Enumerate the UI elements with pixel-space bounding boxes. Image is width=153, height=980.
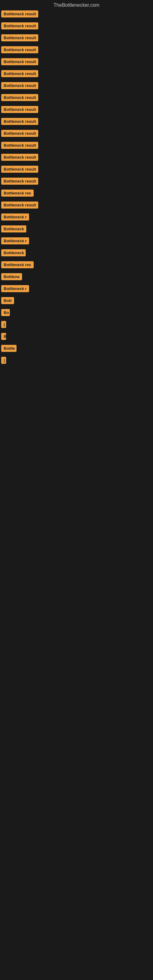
bottleneck-badge[interactable]: Bottleneck: [1, 225, 26, 232]
bottleneck-badge[interactable]: Bottle: [1, 345, 16, 352]
list-item: Bott: [1, 297, 153, 305]
list-item: Bottleneck result: [1, 70, 153, 78]
bottleneck-badge[interactable]: Bottleneck result: [1, 130, 38, 137]
list-item: Bottleneck r: [1, 237, 153, 246]
bottleneck-badge[interactable]: Bottlene: [1, 273, 22, 280]
bottleneck-badge[interactable]: Bottleneck result: [1, 46, 38, 53]
list-item: Bottleneck result: [1, 10, 153, 19]
list-item: Bottleneck result: [1, 106, 153, 114]
list-item: Bottleneck result: [1, 94, 153, 102]
bottleneck-badge[interactable]: Bo: [1, 309, 10, 316]
list-item: |: [1, 357, 153, 365]
bottleneck-badge[interactable]: Bott: [1, 297, 14, 304]
list-item: B: [1, 333, 153, 341]
bottleneck-badge[interactable]: Bottleneck res: [1, 261, 33, 268]
bottleneck-badge[interactable]: |: [1, 321, 6, 328]
list-item: Bottleneck result: [1, 178, 153, 186]
bottleneck-badge[interactable]: Bottleneck result: [1, 202, 38, 208]
bottleneck-badge[interactable]: Bottleneck r: [1, 213, 29, 221]
items-container: Bottleneck resultBottleneck resultBottle…: [0, 9, 153, 442]
list-item: |: [1, 321, 153, 329]
list-item: Bottleneck: [1, 249, 153, 258]
list-item: Bottleneck result: [1, 22, 153, 30]
list-item: Bottleneck result: [1, 118, 153, 126]
bottleneck-badge[interactable]: Bottleneck result: [1, 118, 38, 125]
bottleneck-badge[interactable]: Bottleneck result: [1, 58, 38, 65]
list-item: Bottleneck res: [1, 261, 153, 269]
bottleneck-badge[interactable]: Bottleneck result: [1, 22, 38, 29]
bottleneck-badge[interactable]: Bottleneck result: [1, 106, 38, 113]
bottleneck-badge[interactable]: Bottleneck: [1, 249, 26, 256]
list-item: Bottleneck result: [1, 142, 153, 150]
bottleneck-badge[interactable]: Bottleneck r: [1, 285, 29, 292]
list-item: Bottleneck res: [1, 189, 153, 198]
list-item: Bottleneck result: [1, 130, 153, 138]
bottleneck-badge[interactable]: Bottleneck r: [1, 237, 29, 244]
list-item: Bottleneck result: [1, 154, 153, 162]
list-item: Bottle: [1, 345, 153, 353]
list-item: Bottleneck r: [1, 213, 153, 222]
bottleneck-badge[interactable]: |: [1, 357, 6, 364]
list-item: Bottleneck r: [1, 285, 153, 293]
bottleneck-badge[interactable]: Bottleneck res: [1, 189, 33, 197]
bottleneck-badge[interactable]: Bottleneck result: [1, 82, 38, 89]
bottleneck-badge[interactable]: Bottleneck result: [1, 34, 38, 41]
list-item: Bottleneck result: [1, 82, 153, 90]
site-title: TheBottlenecker.com: [0, 0, 153, 9]
list-item: Bo: [1, 309, 153, 317]
bottleneck-badge[interactable]: Bottleneck result: [1, 70, 38, 77]
bottleneck-badge[interactable]: Bottleneck result: [1, 142, 38, 149]
list-item: Bottleneck result: [1, 58, 153, 67]
bottleneck-badge[interactable]: Bottleneck result: [1, 154, 38, 161]
bottleneck-badge[interactable]: Bottleneck result: [1, 10, 38, 18]
list-item: Bottlene: [1, 273, 153, 282]
list-item: Bottleneck result: [1, 34, 153, 43]
bottleneck-badge[interactable]: B: [1, 333, 6, 340]
list-item: Bottleneck result: [1, 166, 153, 174]
bottleneck-badge[interactable]: Bottleneck result: [1, 178, 38, 185]
bottleneck-badge[interactable]: Bottleneck result: [1, 94, 38, 101]
list-item: Bottleneck: [1, 225, 153, 234]
list-item: Bottleneck result: [1, 46, 153, 54]
list-item: Bottleneck result: [1, 202, 153, 210]
bottleneck-badge[interactable]: Bottleneck result: [1, 166, 38, 173]
